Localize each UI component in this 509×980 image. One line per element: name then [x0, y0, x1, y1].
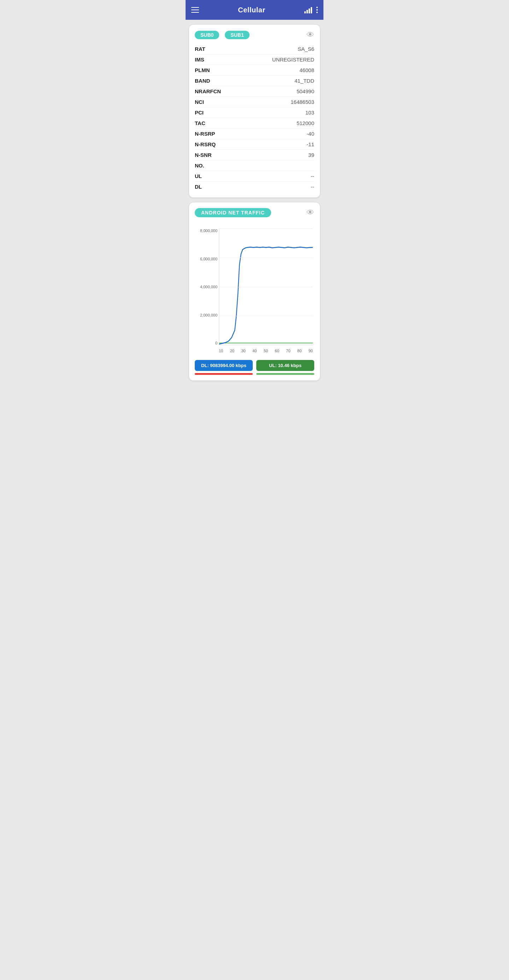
x-label-80: 80 [297, 349, 302, 353]
rat-value: SA_S6 [298, 46, 314, 52]
signal-bars-icon[interactable] [304, 6, 312, 13]
x-label-70: 70 [286, 349, 290, 353]
ul-label: UL [195, 173, 202, 179]
page-title: Cellular [238, 6, 265, 14]
nci-label: NCI [195, 99, 204, 105]
nrsrp-value: -40 [306, 131, 314, 137]
grid-line-75 [219, 316, 313, 316]
row-nrsrp: N-RSRP -40 [195, 129, 314, 139]
row-nrarfcn: NRARFCN 504990 [195, 86, 314, 97]
more-menu-icon[interactable] [316, 7, 318, 13]
y-label-4m: 4,000,000 [200, 285, 217, 289]
y-label-0: 0 [215, 341, 217, 345]
pci-label: PCI [195, 110, 204, 116]
row-nsnr: N-SNR 39 [195, 150, 314, 161]
rat-label: RAT [195, 46, 205, 52]
nsnr-value: 39 [308, 152, 314, 158]
sub-info-card: SUB0 SUB1 👁 RAT SA_S6 IMS UNREGISTERED P… [189, 25, 320, 197]
bottom-badges: DL: 9083994.00 kbps UL: 10.46 kbps [195, 360, 314, 371]
x-label-20: 20 [230, 349, 235, 353]
y-label-6m: 6,000,000 [200, 257, 217, 261]
x-label-50: 50 [264, 349, 268, 353]
plmn-label: PLMN [195, 67, 210, 73]
grid-line-25 [219, 258, 313, 258]
ul-value: -- [311, 173, 314, 179]
traffic-card: ANDROID NET TRAFFIC 👁 8,000,000 6,000,00… [189, 202, 320, 380]
x-label-10: 10 [219, 349, 223, 353]
band-value: 41_TDD [294, 78, 314, 84]
dl-label: DL [195, 184, 202, 190]
x-label-60: 60 [275, 349, 279, 353]
row-rat: RAT SA_S6 [195, 44, 314, 54]
dl-progress-bar [195, 373, 253, 375]
row-band: BAND 41_TDD [195, 76, 314, 86]
x-label-40: 40 [252, 349, 257, 353]
ul-speed-badge: UL: 10.46 kbps [256, 360, 314, 371]
row-nci: NCI 16486503 [195, 97, 314, 107]
chart-x-labels: 10 20 30 40 50 60 70 80 90 [219, 349, 313, 353]
y-label-8m: 8,000,000 [200, 229, 217, 233]
chart-container: 8,000,000 6,000,000 4,000,000 2,000,000 … [195, 221, 314, 356]
badge-row: SUB0 SUB1 [195, 31, 250, 39]
app-header: Cellular [185, 0, 324, 20]
sub1-badge[interactable]: SUB1 [225, 31, 249, 39]
row-ims: IMS UNREGISTERED [195, 54, 314, 65]
y-label-2m: 2,000,000 [200, 313, 217, 317]
dl-speed-badge: DL: 9083994.00 kbps [195, 360, 253, 371]
row-ul: UL -- [195, 171, 314, 181]
nsnr-label: N-SNR [195, 152, 212, 158]
traffic-card-header: ANDROID NET TRAFFIC 👁 [195, 208, 314, 217]
traffic-title-badge: ANDROID NET TRAFFIC [195, 208, 271, 217]
chart-drawing-area [219, 229, 313, 345]
no-label: NO. [195, 162, 204, 169]
grid-line-top [219, 229, 313, 229]
visibility-icon[interactable]: 👁 [306, 30, 314, 40]
chart-y-labels: 8,000,000 6,000,000 4,000,000 2,000,000 … [195, 229, 219, 345]
row-pci: PCI 103 [195, 107, 314, 118]
nrarfcn-label: NRARFCN [195, 88, 221, 94]
nrsrp-label: N-RSRP [195, 131, 215, 137]
grid-line-50 [219, 287, 313, 287]
progress-bar-row [195, 373, 314, 375]
x-label-90: 90 [309, 349, 313, 353]
tac-label: TAC [195, 120, 205, 126]
nrsrq-label: N-RSRQ [195, 141, 215, 147]
hamburger-menu[interactable] [191, 7, 199, 13]
x-label-30: 30 [241, 349, 245, 353]
row-plmn: PLMN 46008 [195, 65, 314, 76]
band-label: BAND [195, 78, 210, 84]
nrsrq-value: -11 [306, 141, 314, 147]
nci-value: 16486503 [290, 99, 314, 105]
dl-line [219, 247, 313, 344]
dl-value: -- [311, 184, 314, 190]
row-no: NO. [195, 161, 314, 171]
ul-progress-bar [256, 373, 314, 375]
plmn-value: 46008 [299, 67, 314, 73]
traffic-visibility-icon[interactable]: 👁 [306, 208, 314, 217]
ims-value: UNREGISTERED [272, 57, 314, 62]
nrarfcn-value: 504990 [297, 88, 314, 94]
row-nrsrq: N-RSRQ -11 [195, 139, 314, 150]
card-header: SUB0 SUB1 👁 [195, 30, 314, 40]
row-tac: TAC 512000 [195, 118, 314, 129]
header-icons [304, 6, 318, 13]
tac-value: 512000 [297, 120, 314, 126]
row-dl: DL -- [195, 181, 314, 192]
pci-value: 103 [305, 110, 314, 116]
ims-label: IMS [195, 57, 204, 62]
sub0-badge[interactable]: SUB0 [195, 31, 219, 39]
